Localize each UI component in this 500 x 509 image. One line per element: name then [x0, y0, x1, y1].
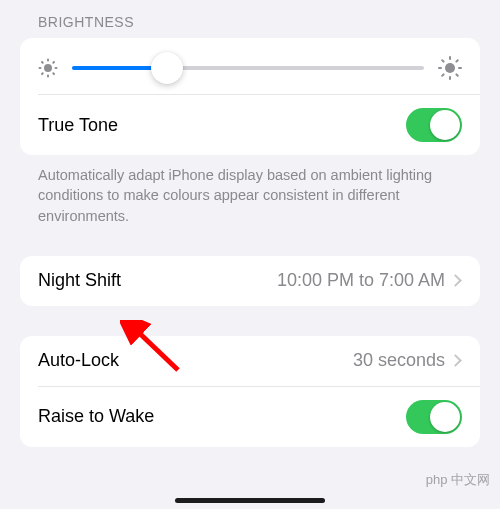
brightness-slider[interactable] — [72, 66, 424, 70]
section-header-brightness: BRIGHTNESS — [20, 0, 480, 38]
sun-high-icon — [438, 56, 462, 80]
brightness-slider-row — [20, 38, 480, 94]
raise-to-wake-label: Raise to Wake — [38, 406, 154, 427]
watermark: php 中文网 — [426, 471, 490, 489]
auto-lock-label: Auto-Lock — [38, 350, 119, 371]
true-tone-footer: Automatically adapt iPhone display based… — [20, 155, 480, 226]
night-shift-row[interactable]: Night Shift 10:00 PM to 7:00 AM — [20, 256, 480, 306]
brightness-card: True Tone — [20, 38, 480, 155]
chevron-right-icon — [449, 355, 462, 368]
auto-lock-row[interactable]: Auto-Lock 30 seconds — [20, 336, 480, 386]
chevron-right-icon — [449, 275, 462, 288]
auto-lock-value: 30 seconds — [353, 350, 445, 371]
lock-card: Auto-Lock 30 seconds Raise to Wake — [20, 336, 480, 447]
raise-to-wake-toggle[interactable] — [406, 400, 462, 434]
night-shift-card: Night Shift 10:00 PM to 7:00 AM — [20, 256, 480, 306]
home-indicator — [175, 498, 325, 503]
slider-thumb[interactable] — [151, 52, 183, 84]
night-shift-value: 10:00 PM to 7:00 AM — [277, 270, 445, 291]
true-tone-toggle[interactable] — [406, 108, 462, 142]
true-tone-label: True Tone — [38, 115, 118, 136]
raise-to-wake-row: Raise to Wake — [20, 387, 480, 447]
night-shift-label: Night Shift — [38, 270, 121, 291]
true-tone-row: True Tone — [20, 95, 480, 155]
sun-low-icon — [38, 58, 58, 78]
